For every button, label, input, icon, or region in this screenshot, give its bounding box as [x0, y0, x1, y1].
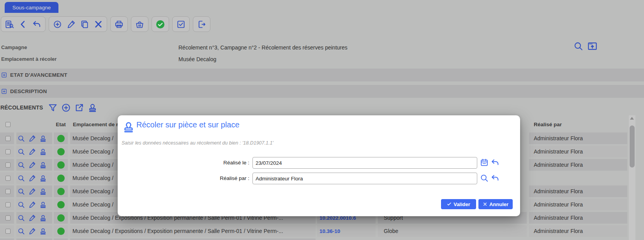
- toolbar-group: [193, 16, 210, 32]
- row-checkbox[interactable]: [5, 162, 11, 168]
- toolbar-group: [1, 16, 46, 32]
- filter-funnel-icon[interactable]: [48, 103, 58, 113]
- validate-check-icon[interactable]: [156, 20, 165, 29]
- valider-button[interactable]: Valider: [441, 199, 476, 209]
- view-magnifier-icon[interactable]: [18, 188, 25, 195]
- status-dot-green: [57, 161, 65, 169]
- edit-pencil-icon[interactable]: [28, 228, 36, 235]
- status-dot-green: [57, 148, 65, 155]
- realise-par-label: Réalisé par :: [118, 175, 249, 181]
- edit-pencil-icon[interactable]: [28, 161, 36, 169]
- stamp-icon[interactable]: [39, 214, 47, 222]
- open-window-icon[interactable]: [587, 41, 598, 51]
- status-dot-green: [57, 188, 65, 195]
- undo-icon[interactable]: [491, 174, 499, 182]
- add-circle-icon[interactable]: [53, 20, 62, 29]
- edit-pencil-icon[interactable]: [28, 214, 36, 222]
- row-checkbox[interactable]: [5, 136, 11, 141]
- add-circle-icon[interactable]: [61, 103, 71, 113]
- modal-title: Récoler sur pièce et sur place: [136, 120, 240, 129]
- edit-pencil-icon[interactable]: [28, 188, 36, 195]
- view-magnifier-icon[interactable]: [18, 161, 25, 169]
- cell-realise-par: Administrateur Flora: [529, 212, 627, 224]
- annuler-button[interactable]: Annuler: [478, 199, 513, 209]
- realise-par-input[interactable]: [252, 173, 477, 184]
- open-external-icon[interactable]: [74, 103, 84, 113]
- printer-icon[interactable]: [115, 20, 124, 29]
- calendar-icon[interactable]: [480, 158, 489, 167]
- basket-icon[interactable]: [135, 20, 144, 29]
- checkbox-check-icon[interactable]: [176, 20, 185, 29]
- vertical-scrollbar[interactable]: [629, 115, 635, 240]
- scrollbar-thumb[interactable]: [630, 125, 635, 168]
- cell-realise-par: Administrateur Flora: [529, 159, 627, 171]
- view-magnifier-icon[interactable]: [18, 175, 25, 182]
- tab-sous-campagne[interactable]: Sous-campagne: [5, 2, 58, 13]
- toolbar-group: [131, 16, 148, 32]
- recolements-title: RÉCOLEMENTS: [0, 104, 43, 111]
- expand-plus-icon[interactable]: [1, 72, 7, 78]
- undo-arrow-icon[interactable]: [32, 20, 41, 29]
- delete-x-icon[interactable]: [94, 20, 103, 29]
- export-exit-icon[interactable]: [197, 20, 206, 29]
- edit-pencil-icon[interactable]: [28, 148, 36, 155]
- search-icon[interactable]: [573, 41, 583, 51]
- view-magnifier-icon[interactable]: [18, 148, 25, 155]
- x-icon: [483, 202, 487, 206]
- stamp-icon[interactable]: [39, 148, 47, 155]
- campagne-label: Campagne: [1, 44, 27, 51]
- cell-realise-par: Administrateur Flora: [529, 132, 627, 144]
- row-checkbox[interactable]: [5, 149, 11, 154]
- cell-realise-par: Administrateur Flora: [529, 225, 627, 237]
- undo-icon[interactable]: [491, 158, 499, 167]
- select-all-checkbox[interactable]: [5, 122, 11, 127]
- section-etat-avancement[interactable]: ETAT D'AVANCEMENT: [0, 69, 644, 81]
- copy-icon[interactable]: [80, 20, 89, 29]
- view-magnifier-icon[interactable]: [18, 135, 25, 142]
- toolbar-group: [110, 16, 128, 32]
- status-dot-green: [57, 175, 65, 182]
- app-window: Sous-campagne Campagne Récolement n°3, C…: [0, 0, 644, 240]
- status-dot-green: [57, 214, 65, 222]
- stamp-icon[interactable]: [39, 228, 47, 235]
- status-dot-green: [57, 228, 65, 235]
- cell-realise-par: Administrateur Flora: [529, 185, 627, 197]
- cell-inventaire-link[interactable]: 10.36-10: [317, 225, 376, 237]
- row-checkbox[interactable]: [5, 202, 11, 207]
- row-checkbox[interactable]: [5, 229, 11, 234]
- edit-pencil-icon[interactable]: [28, 201, 36, 208]
- edit-pencil-icon[interactable]: [28, 135, 36, 142]
- stamp-icon[interactable]: [39, 161, 47, 169]
- status-dot-green: [57, 201, 65, 208]
- toolbar-group: [152, 16, 169, 32]
- realise-le-input[interactable]: [252, 157, 477, 169]
- view-magnifier-icon[interactable]: [18, 214, 25, 222]
- table-row: Musée Decalog / Expositions / Exposition…: [0, 225, 644, 237]
- header-realise-par: Réalisé par: [534, 119, 562, 131]
- cell-designation: Globe: [378, 225, 527, 237]
- stamp-icon[interactable]: [39, 175, 47, 182]
- cell-realise-par: Administrateur Flora: [529, 199, 627, 210]
- stamp-icon[interactable]: [39, 188, 47, 195]
- chevron-left-icon[interactable]: [19, 20, 28, 29]
- cell-emplacement: [70, 238, 316, 240]
- table-row: [0, 238, 644, 240]
- scroll-up-arrow-icon[interactable]: [630, 117, 634, 120]
- edit-pencil-icon[interactable]: [67, 20, 76, 29]
- expand-plus-icon[interactable]: [1, 88, 7, 94]
- stamp-icon[interactable]: [88, 103, 97, 113]
- toolbar: [1, 16, 210, 32]
- row-checkbox[interactable]: [5, 176, 11, 181]
- section-description[interactable]: DESCRIPTION: [0, 85, 644, 98]
- view-magnifier-icon[interactable]: [18, 201, 25, 208]
- search-icon[interactable]: [480, 174, 489, 182]
- stamp-icon[interactable]: [39, 201, 47, 208]
- header-emplacement: Emplacement de ré: [73, 119, 121, 131]
- view-magnifier-icon[interactable]: [18, 228, 25, 235]
- edit-pencil-icon[interactable]: [28, 175, 36, 182]
- row-checkbox[interactable]: [5, 189, 11, 194]
- stamp-icon[interactable]: [39, 135, 47, 142]
- row-checkbox[interactable]: [5, 215, 11, 221]
- realise-le-label: Réalisé le :: [118, 160, 249, 166]
- list-search-icon[interactable]: [5, 20, 14, 29]
